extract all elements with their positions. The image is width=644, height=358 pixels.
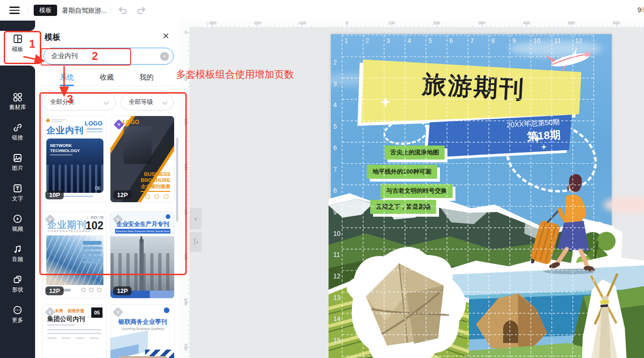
audio-icon (13, 244, 22, 254)
sidebar-item-audio[interactable]: 音频 (0, 237, 35, 268)
template-card[interactable]: V 未来，创造价值 05 集团公司内刊 (42, 304, 107, 358)
grid-row-number: 14 (333, 315, 341, 322)
card-sub: UnionPay Business Quarterly (110, 327, 175, 330)
grid-col-number: 6 (449, 37, 453, 44)
grid-row-number: 7 (333, 166, 337, 173)
sidebar-item-text[interactable]: 文字 (0, 176, 35, 207)
grid-col-number: 5 (428, 37, 432, 44)
sidebar: 模板 素材库 链接 图片 (0, 21, 35, 358)
template-card[interactable]: V 企业期刊 CORPORATEJOURNAL 202X / 05 102 12… (42, 212, 107, 299)
grid-col-number: 11 (554, 37, 561, 44)
category-select[interactable]: 全部分类 (42, 94, 116, 110)
card-brand: 企业期刊 (47, 219, 87, 231)
sidebar-item-shape[interactable]: 形状 (0, 268, 35, 298)
sidebar-item-video[interactable]: 视频 (0, 207, 35, 237)
teepee-cutout[interactable] (578, 267, 630, 358)
card-title: 企业安全生产月专刊 (110, 220, 175, 228)
tab-mine[interactable]: 我的 (130, 73, 163, 82)
card-photo: NETWORKTECHNOLOGY 06 (46, 139, 103, 193)
h-ruler-label: 0 (345, 21, 348, 25)
grid-row-number: 10 (333, 230, 341, 237)
panel-scrollbar[interactable] (176, 138, 178, 222)
card-tagline: 未来，创造价值 (55, 308, 84, 314)
h-ruler-label: 500 (568, 21, 575, 25)
video-icon (13, 214, 22, 224)
h-ruler-label: 100 (388, 21, 395, 25)
traveler-illustration[interactable] (531, 168, 595, 275)
grid-row-number: 8 (333, 187, 337, 194)
grid-row-number: 6 (333, 144, 337, 152)
grid-row-number: 13 (333, 294, 341, 301)
template-card[interactable]: 企业内刊 LOGO NETWORKTECHNOLOGY 06 10P (42, 116, 107, 203)
topic-label[interactable]: 地平线外的100种可能 (367, 165, 437, 179)
grid-col-number: 12 (575, 37, 583, 44)
search-input[interactable] (51, 51, 150, 62)
template-card[interactable]: V LOGO BUSINESSBROCHURE 企业期刊画册 12P (110, 116, 175, 203)
clear-search-icon[interactable]: × (160, 52, 169, 61)
zoom-percent[interactable]: 98 (637, 6, 644, 14)
chevron-down-icon (162, 99, 167, 104)
sidebar-item-assets[interactable]: 素材库 (0, 85, 35, 116)
sidebar-item-link[interactable]: 链接 (0, 116, 35, 146)
image-icon (13, 153, 22, 163)
search-box: × (44, 48, 174, 65)
v-ruler-label: 500 (183, 251, 188, 263)
text-icon (13, 183, 22, 193)
close-icon[interactable]: ✕ (162, 31, 169, 41)
menu-icon[interactable] (9, 7, 20, 14)
chevron-down-icon (103, 99, 109, 104)
template-panel: 模板 ✕ × 系统 收藏 我的 全部分类 全部等级 企业内刊 LOGO (35, 21, 179, 358)
design-page[interactable]: 旅游期刊 20XX年总第50期 第18期 (331, 34, 612, 358)
panel-title: 模板 (44, 32, 60, 43)
shape-icon (13, 275, 22, 285)
grid-col-number: 10 (533, 37, 541, 44)
sidebar-item-more[interactable]: 更多 (0, 298, 35, 329)
sidebar-item-templates[interactable]: 模板 (0, 31, 35, 66)
sparkle-icon (380, 96, 392, 108)
grid-row-number: 3 (333, 80, 337, 88)
grid-col-number: 2 (366, 37, 369, 44)
redo-icon[interactable] (136, 5, 147, 16)
topic-label[interactable]: 与古老文明的暗号交换 (381, 184, 453, 198)
card-brand: 企业内刊 (46, 124, 84, 137)
issue-number: 05 (91, 307, 102, 318)
collapse-panel-button[interactable]: ‹ (190, 208, 202, 229)
page-count-badge: 12P (113, 286, 132, 295)
page-count-badge: 10P (45, 190, 64, 199)
vertical-ruler: 0100200300400500600700 (179, 27, 190, 358)
zongzi-cutout[interactable] (329, 225, 490, 358)
ruler-corner (179, 21, 190, 27)
h-ruler-label: -100 (298, 21, 306, 25)
h-ruler-label: 600 (613, 21, 620, 25)
sidebar-item-image[interactable]: 图片 (0, 146, 35, 176)
grid-row-number: 12 (333, 272, 341, 280)
undo-icon[interactable] (117, 5, 128, 16)
doc-title[interactable]: 暑期自驾旅游... (62, 7, 107, 15)
tab-system[interactable]: 系统 (51, 73, 83, 82)
card-logo-mark (46, 118, 51, 123)
grid-col-number: 7 (470, 37, 474, 44)
card-photo (110, 236, 175, 292)
h-ruler-label: 400 (523, 21, 530, 25)
topic-label[interactable]: 云层之下，皆是剧场 (370, 200, 436, 214)
level-select[interactable]: 全部等级 (121, 94, 174, 110)
doc-type-badge: 模板 (34, 5, 57, 16)
sparkle-icon (532, 133, 542, 144)
v-ruler-label: 300 (183, 161, 188, 173)
divider (28, 7, 29, 14)
h-ruler-label: -200 (253, 21, 261, 25)
template-card[interactable]: V 银联商务企业季刊 UnionPay Business Quarterly (110, 304, 175, 358)
grid-row-number: 11 (333, 251, 340, 258)
topic-label[interactable]: 舌尖上的流浪地图 (385, 146, 445, 160)
canvas-workspace[interactable]: 旅游期刊 20XX年总第50期 第18期 (190, 27, 644, 358)
more-icon (13, 305, 22, 315)
template-card[interactable]: V 企业安全生产月专刊 Enterprise Safety Production… (110, 212, 175, 299)
tab-favorites[interactable]: 收藏 (90, 73, 123, 82)
divider (110, 7, 111, 14)
card-logo-text: LOGO (123, 119, 139, 125)
vip-badge: V (113, 307, 124, 318)
top-bar: 模板 暑期自驾旅游... 98 (0, 0, 644, 21)
v-ruler-label: 700 (183, 341, 188, 352)
card-sub: Enterprise Safety Production Monthly Spe… (115, 229, 170, 234)
collapse-to-edge-button[interactable]: ׀‹ (190, 232, 202, 252)
